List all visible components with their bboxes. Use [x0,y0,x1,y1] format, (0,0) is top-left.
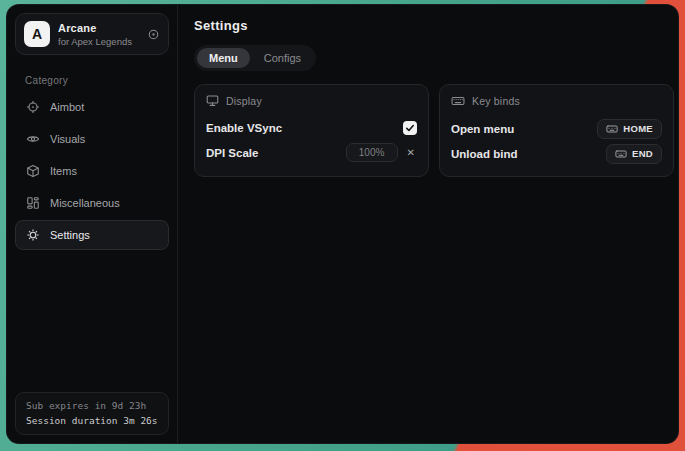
brand-name: Arcane [58,22,139,34]
display-card: Display Enable VSync DPI Scale 100% ✕ [194,84,429,177]
dpi-row: DPI Scale 100% ✕ [206,141,417,164]
unload-bind-label: Unload bind [451,148,517,160]
eye-icon [26,132,40,146]
brand-logo: A [24,21,50,47]
vsync-row: Enable VSync [206,116,417,139]
gear-icon [26,228,40,242]
sidebar: A Arcane for Apex Legends Category [7,5,178,443]
sidebar-item-label: Visuals [50,133,85,145]
session-duration-text: Session duration 3m 26s [26,415,158,426]
main-content: Settings Menu Configs Display E [178,5,679,443]
keybinds-card-title: Key binds [472,95,520,107]
dpi-scale-input[interactable]: 100% [346,143,398,162]
sidebar-item-aimbot[interactable]: Aimbot [15,92,169,122]
monitor-icon [206,94,219,107]
sidebar-item-label: Aimbot [50,101,84,113]
sidebar-item-label: Items [50,165,77,177]
app-window: A Arcane for Apex Legends Category [6,4,679,444]
sidebar-item-visuals[interactable]: Visuals [15,124,169,154]
display-card-title: Display [226,95,262,107]
open-menu-label: Open menu [451,123,514,135]
subscription-card: Sub expires in 9d 23h Session duration 3… [15,392,169,435]
sidebar-item-label: Miscellaneous [50,197,120,209]
vsync-label: Enable VSync [206,122,282,134]
tab-menu[interactable]: Menu [197,48,250,68]
open-menu-keybind[interactable]: HOME [597,119,662,139]
brand-subtitle: for Apex Legends [58,36,139,47]
unload-keybind[interactable]: END [606,144,662,164]
page-title: Settings [194,18,674,33]
clear-icon[interactable]: ✕ [405,146,417,160]
keyboard-icon [615,148,627,160]
target-icon[interactable] [147,28,160,41]
tab-bar: Menu Configs [194,45,316,71]
layout-grid-icon [26,196,40,210]
brand-text: Arcane for Apex Legends [58,22,139,47]
sub-expires-text: Sub expires in 9d 23h [26,400,158,411]
category-label: Category [25,75,177,86]
open-menu-row: Open menu HOME [451,117,662,140]
box-icon [26,164,40,178]
sidebar-item-settings[interactable]: Settings [15,220,169,250]
dpi-label: DPI Scale [206,147,258,159]
sidebar-item-miscellaneous[interactable]: Miscellaneous [15,188,169,218]
keybind-value: END [632,148,653,159]
sidebar-item-items[interactable]: Items [15,156,169,186]
sidebar-spacer [7,254,177,384]
sidebar-nav: Aimbot Visuals Items [7,88,177,254]
tab-configs[interactable]: Configs [252,48,313,68]
keybinds-card: Key binds Open menu HOME [439,84,674,177]
keyboard-icon [451,94,465,108]
keyboard-icon [606,123,618,135]
keybind-value: HOME [623,123,653,134]
sidebar-item-label: Settings [50,229,90,241]
dpi-control: 100% ✕ [346,143,417,162]
unload-bind-row: Unload bind END [451,142,662,165]
vsync-checkbox[interactable] [403,121,417,135]
crosshair-icon [26,100,40,114]
display-card-header: Display [206,94,417,107]
settings-cards: Display Enable VSync DPI Scale 100% ✕ [194,84,674,177]
brand-card[interactable]: A Arcane for Apex Legends [15,13,169,55]
keybinds-card-header: Key binds [451,94,662,108]
